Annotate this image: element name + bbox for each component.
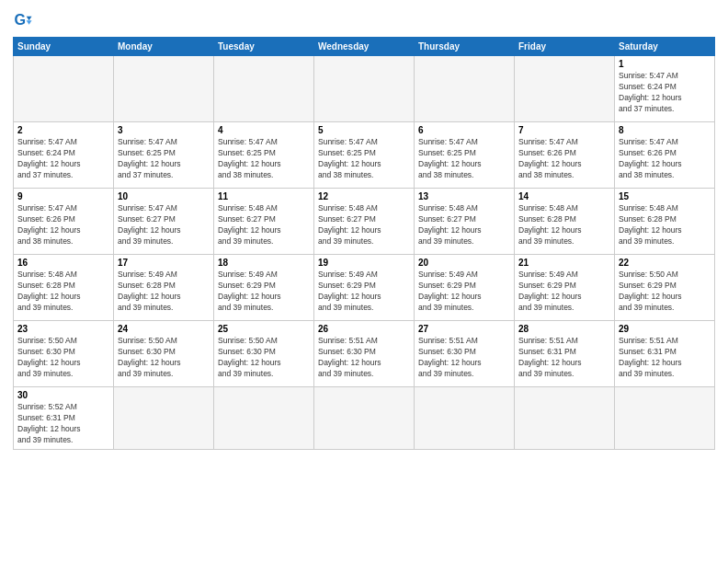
calendar-day: 10Sunrise: 5:47 AMSunset: 6:27 PMDayligh…	[114, 189, 214, 255]
day-info: Sunrise: 5:47 AMSunset: 6:25 PMDaylight:…	[318, 137, 410, 181]
col-header-saturday: Saturday	[615, 38, 715, 56]
day-info: Sunrise: 5:50 AMSunset: 6:30 PMDaylight:…	[118, 336, 210, 380]
day-number: 26	[318, 324, 410, 334]
day-number: 6	[418, 125, 510, 135]
day-number: 18	[218, 258, 310, 268]
day-number: 14	[518, 191, 610, 201]
day-number: 9	[17, 191, 109, 201]
calendar-week-row: 9Sunrise: 5:47 AMSunset: 6:26 PMDaylight…	[14, 189, 715, 255]
calendar-table: SundayMondayTuesdayWednesdayThursdayFrid…	[13, 37, 715, 450]
calendar-day	[114, 56, 214, 122]
day-number: 19	[318, 258, 410, 268]
calendar-day: 26Sunrise: 5:51 AMSunset: 6:30 PMDayligh…	[314, 321, 415, 387]
day-info: Sunrise: 5:47 AMSunset: 6:25 PMDaylight:…	[418, 137, 510, 181]
day-info: Sunrise: 5:49 AMSunset: 6:29 PMDaylight:…	[318, 270, 410, 314]
day-info: Sunrise: 5:48 AMSunset: 6:27 PMDaylight:…	[318, 203, 410, 247]
day-number: 22	[619, 258, 711, 268]
day-number: 15	[619, 191, 711, 201]
col-header-wednesday: Wednesday	[314, 38, 415, 56]
day-info: Sunrise: 5:47 AMSunset: 6:25 PMDaylight:…	[218, 137, 310, 181]
calendar-day: 7Sunrise: 5:47 AMSunset: 6:26 PMDaylight…	[515, 122, 615, 189]
day-number: 24	[118, 324, 210, 334]
col-header-tuesday: Tuesday	[214, 38, 314, 56]
day-info: Sunrise: 5:51 AMSunset: 6:31 PMDaylight:…	[518, 336, 610, 380]
day-number: 5	[318, 125, 410, 135]
calendar-day	[214, 56, 314, 122]
calendar-day	[415, 56, 515, 122]
calendar-day: 18Sunrise: 5:49 AMSunset: 6:29 PMDayligh…	[214, 255, 314, 321]
calendar-day: 20Sunrise: 5:49 AMSunset: 6:29 PMDayligh…	[415, 255, 515, 321]
day-info: Sunrise: 5:48 AMSunset: 6:28 PMDaylight:…	[518, 203, 610, 247]
calendar-day: 12Sunrise: 5:48 AMSunset: 6:27 PMDayligh…	[314, 189, 415, 255]
day-info: Sunrise: 5:48 AMSunset: 6:27 PMDaylight:…	[418, 203, 510, 247]
day-number: 16	[17, 258, 109, 268]
day-info: Sunrise: 5:47 AMSunset: 6:27 PMDaylight:…	[118, 203, 210, 247]
day-number: 11	[218, 191, 310, 201]
col-header-monday: Monday	[114, 38, 214, 56]
col-header-friday: Friday	[515, 38, 615, 56]
day-info: Sunrise: 5:49 AMSunset: 6:28 PMDaylight:…	[118, 270, 210, 314]
day-info: Sunrise: 5:47 AMSunset: 6:24 PMDaylight:…	[17, 137, 109, 181]
calendar-day	[515, 387, 615, 450]
day-number: 12	[318, 191, 410, 201]
day-number: 4	[218, 125, 310, 135]
calendar-day: 4Sunrise: 5:47 AMSunset: 6:25 PMDaylight…	[214, 122, 314, 189]
calendar-week-row: 1Sunrise: 5:47 AMSunset: 6:24 PMDaylight…	[14, 56, 715, 122]
day-info: Sunrise: 5:47 AMSunset: 6:24 PMDaylight:…	[619, 71, 711, 115]
calendar-week-row: 23Sunrise: 5:50 AMSunset: 6:30 PMDayligh…	[14, 321, 715, 387]
calendar-day: 21Sunrise: 5:49 AMSunset: 6:29 PMDayligh…	[515, 255, 615, 321]
calendar-day	[114, 387, 214, 450]
col-header-thursday: Thursday	[415, 38, 515, 56]
day-number: 21	[518, 258, 610, 268]
day-info: Sunrise: 5:50 AMSunset: 6:29 PMDaylight:…	[619, 270, 711, 314]
calendar-day: 5Sunrise: 5:47 AMSunset: 6:25 PMDaylight…	[314, 122, 415, 189]
calendar-day: 28Sunrise: 5:51 AMSunset: 6:31 PMDayligh…	[515, 321, 615, 387]
day-number: 30	[17, 390, 109, 400]
svg-marker-1	[27, 17, 32, 20]
day-number: 3	[118, 125, 210, 135]
calendar-day: 19Sunrise: 5:49 AMSunset: 6:29 PMDayligh…	[314, 255, 415, 321]
day-info: Sunrise: 5:49 AMSunset: 6:29 PMDaylight:…	[218, 270, 310, 314]
day-info: Sunrise: 5:48 AMSunset: 6:28 PMDaylight:…	[17, 270, 109, 314]
day-number: 20	[418, 258, 510, 268]
calendar-day: 11Sunrise: 5:48 AMSunset: 6:27 PMDayligh…	[214, 189, 314, 255]
calendar-day: 25Sunrise: 5:50 AMSunset: 6:30 PMDayligh…	[214, 321, 314, 387]
calendar-day	[314, 56, 415, 122]
calendar-day: 9Sunrise: 5:47 AMSunset: 6:26 PMDaylight…	[14, 189, 114, 255]
calendar-day: 3Sunrise: 5:47 AMSunset: 6:25 PMDaylight…	[114, 122, 214, 189]
day-number: 2	[17, 125, 109, 135]
day-info: Sunrise: 5:47 AMSunset: 6:26 PMDaylight:…	[619, 137, 711, 181]
calendar-header-row: SundayMondayTuesdayWednesdayThursdayFrid…	[14, 38, 715, 56]
calendar-week-row: 2Sunrise: 5:47 AMSunset: 6:24 PMDaylight…	[14, 122, 715, 189]
calendar-day	[515, 56, 615, 122]
logo: G	[13, 11, 37, 31]
day-number: 27	[418, 324, 510, 334]
calendar-week-row: 30Sunrise: 5:52 AMSunset: 6:31 PMDayligh…	[14, 387, 715, 450]
day-info: Sunrise: 5:50 AMSunset: 6:30 PMDaylight:…	[218, 336, 310, 380]
day-info: Sunrise: 5:52 AMSunset: 6:31 PMDaylight:…	[17, 402, 109, 446]
calendar-day: 6Sunrise: 5:47 AMSunset: 6:25 PMDaylight…	[415, 122, 515, 189]
day-number: 7	[518, 125, 610, 135]
calendar-day: 29Sunrise: 5:51 AMSunset: 6:31 PMDayligh…	[615, 321, 715, 387]
day-info: Sunrise: 5:47 AMSunset: 6:25 PMDaylight:…	[118, 137, 210, 181]
col-header-sunday: Sunday	[14, 38, 114, 56]
calendar-day: 1Sunrise: 5:47 AMSunset: 6:24 PMDaylight…	[615, 56, 715, 122]
calendar-day	[615, 387, 715, 450]
day-number: 23	[17, 324, 109, 334]
day-info: Sunrise: 5:51 AMSunset: 6:31 PMDaylight:…	[619, 336, 711, 380]
day-number: 8	[619, 125, 711, 135]
calendar-day: 16Sunrise: 5:48 AMSunset: 6:28 PMDayligh…	[14, 255, 114, 321]
day-number: 1	[619, 59, 711, 69]
svg-marker-2	[27, 20, 32, 24]
day-info: Sunrise: 5:51 AMSunset: 6:30 PMDaylight:…	[418, 336, 510, 380]
logo-icon: G	[13, 11, 33, 31]
day-info: Sunrise: 5:50 AMSunset: 6:30 PMDaylight:…	[17, 336, 109, 380]
calendar-day: 30Sunrise: 5:52 AMSunset: 6:31 PMDayligh…	[14, 387, 114, 450]
day-info: Sunrise: 5:49 AMSunset: 6:29 PMDaylight:…	[518, 270, 610, 314]
calendar-page: G SundayMondayTuesdayWednesdayThursdayFr…	[0, 0, 728, 563]
day-info: Sunrise: 5:48 AMSunset: 6:28 PMDaylight:…	[619, 203, 711, 247]
day-number: 13	[418, 191, 510, 201]
page-header: G	[13, 11, 715, 31]
day-info: Sunrise: 5:48 AMSunset: 6:27 PMDaylight:…	[218, 203, 310, 247]
day-number: 29	[619, 324, 711, 334]
